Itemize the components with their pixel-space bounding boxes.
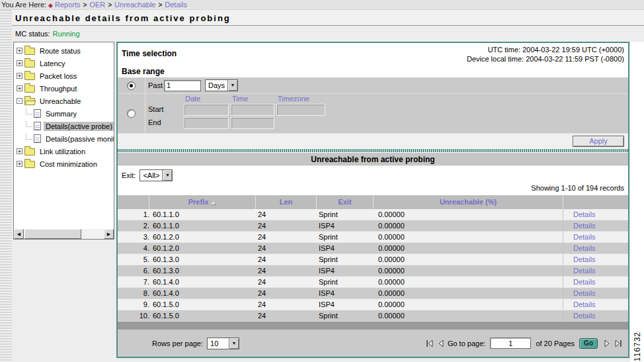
tree-item-label: Summary [44, 109, 79, 118]
details-cell: Details [563, 299, 628, 310]
chevron-down-icon[interactable]: ▼ [229, 338, 239, 349]
unreachable-cell: 0.00000 [373, 209, 563, 220]
row-number: 10. [118, 310, 149, 321]
mc-status-label: MC status: [15, 30, 50, 38]
exit-cell: ISP4 [316, 299, 373, 310]
tree-item-latency[interactable]: +Latency [14, 57, 114, 69]
breadcrumb-link-oer[interactable]: OER [89, 1, 105, 9]
folder-icon [24, 161, 35, 168]
tree-item-summary[interactable]: Summary [14, 107, 114, 120]
exit-select[interactable]: <All> ▼ [140, 169, 173, 181]
next-page-button[interactable] [602, 339, 612, 348]
tree-item-throughput[interactable]: +Throughput [14, 82, 114, 95]
tree-item-link-utilization[interactable]: +Link utilization [14, 145, 114, 158]
tree-item-label: Details(active probe) [44, 122, 114, 131]
exit-filter-row: Exit: <All> ▼ [118, 166, 628, 184]
row-number: 1. [118, 209, 149, 220]
mc-status-value: Running [50, 30, 80, 38]
expand-plus-icon[interactable]: + [17, 73, 22, 79]
tree-item-details-passive-monito[interactable]: Details(passive monito [14, 132, 114, 145]
chevron-down-icon[interactable]: ▼ [227, 80, 237, 91]
prefix-cell: 60.1.2.0 [149, 232, 255, 242]
len-cell: 24 [255, 277, 316, 287]
details-link[interactable]: Details [573, 267, 596, 275]
table-header: Prefix▲ Len Exit Unreachable (%) [118, 195, 628, 209]
tree-item-cost-minimization[interactable]: +Cost minimization [14, 158, 114, 170]
tree-item-details-active-probe[interactable]: Details(active probe) [14, 120, 114, 132]
tree-item-label: Throughput [38, 84, 79, 93]
sort-asc-icon[interactable]: ▲ [208, 199, 216, 206]
unreachable-cell: 0.00000 [373, 310, 563, 321]
breadcrumb-link-unreachable[interactable]: Unreachable [114, 1, 155, 9]
end-time-input[interactable] [231, 117, 274, 129]
exit-cell: Sprint [316, 254, 373, 265]
scroll-track[interactable] [81, 229, 104, 239]
chevron-down-icon[interactable]: ▼ [162, 170, 172, 181]
range-radio[interactable] [127, 109, 136, 118]
tree-connector [26, 121, 32, 127]
prefix-cell: 60.1.1.0 [149, 209, 255, 220]
prefix-cell: 60.1.1.0 [149, 220, 255, 231]
column-header-unreachable[interactable]: Unreachable (%) [373, 195, 563, 209]
tree-item-label: Latency [38, 59, 67, 68]
start-time-input[interactable] [231, 104, 274, 116]
details-cell: Details [563, 288, 628, 298]
scroll-left-button[interactable]: ◀ [14, 229, 24, 239]
prefix-cell: 60.1.4.0 [149, 277, 255, 287]
column-header-prefix[interactable]: Prefix▲ [149, 195, 255, 209]
len-cell: 24 [255, 288, 316, 298]
scroll-right-button[interactable]: ▶ [104, 229, 114, 239]
details-link[interactable]: Details [573, 210, 596, 218]
breadcrumb-link-reports[interactable]: Reports [55, 1, 81, 9]
details-link[interactable]: Details [573, 222, 596, 230]
tree-horizontal-scrollbar[interactable]: ◀ ▶ [14, 229, 114, 239]
expand-plus-icon[interactable]: + [17, 48, 22, 54]
page-input[interactable] [490, 338, 531, 349]
past-radio[interactable] [127, 81, 136, 90]
prefix-cell: 60.1.2.0 [149, 243, 255, 253]
exit-cell: ISP4 [316, 243, 373, 253]
column-header-exit[interactable]: Exit [316, 195, 373, 209]
breadcrumb-separator: > [105, 1, 114, 9]
tree-item-route-status[interactable]: +Route status [14, 44, 114, 57]
tree-item-unreachable[interactable]: -Unreachable [14, 95, 114, 107]
start-timezone-input[interactable] [276, 104, 325, 116]
expand-plus-icon[interactable]: + [17, 85, 22, 91]
details-link[interactable]: Details [573, 278, 596, 286]
table-row: 3.60.1.2.024Sprint0.00000Details [118, 232, 628, 243]
last-page-button[interactable] [614, 339, 623, 348]
unreachable-cell: 0.00000 [373, 299, 563, 310]
go-button[interactable]: Go [579, 338, 598, 349]
table-row: 10.60.1.5.024Sprint0.00000Details [118, 310, 628, 322]
column-header-len[interactable]: Len [255, 195, 316, 209]
details-link[interactable]: Details [573, 244, 596, 252]
tree-item-label: Unreachable [38, 97, 83, 106]
collapse-minus-icon[interactable]: - [17, 98, 22, 104]
details-link[interactable]: Details [573, 300, 596, 308]
expand-plus-icon[interactable]: + [17, 148, 22, 154]
start-date-input[interactable] [184, 104, 229, 116]
row-number: 3. [118, 232, 149, 242]
folder-open-icon [24, 98, 35, 105]
past-unit-select[interactable]: Days ▼ [205, 79, 238, 91]
rows-per-page-select[interactable]: 10 ▼ [207, 338, 239, 349]
tree-item-packet-loss[interactable]: +Packet loss [14, 69, 114, 82]
prev-page-button[interactable] [436, 339, 446, 348]
exit-cell: Sprint [316, 310, 373, 321]
len-cell: 24 [255, 254, 316, 265]
apply-button[interactable]: Apply [573, 136, 624, 147]
past-value-input[interactable] [164, 80, 201, 91]
details-link[interactable]: Details [573, 312, 596, 320]
details-link[interactable]: Details [573, 289, 596, 297]
table-row: 5.60.1.3.024Sprint0.00000Details [118, 254, 628, 265]
expand-plus-icon[interactable]: + [17, 161, 22, 167]
details-link[interactable]: Details [573, 255, 596, 263]
scroll-thumb[interactable] [24, 229, 81, 239]
first-page-button[interactable] [425, 339, 434, 348]
watermark: 116732 [633, 332, 642, 361]
row-number: 5. [118, 254, 149, 265]
end-date-input[interactable] [184, 117, 229, 129]
breadcrumb-link-details[interactable]: Details [165, 1, 187, 9]
expand-plus-icon[interactable]: + [17, 60, 22, 66]
details-link[interactable]: Details [573, 233, 596, 241]
